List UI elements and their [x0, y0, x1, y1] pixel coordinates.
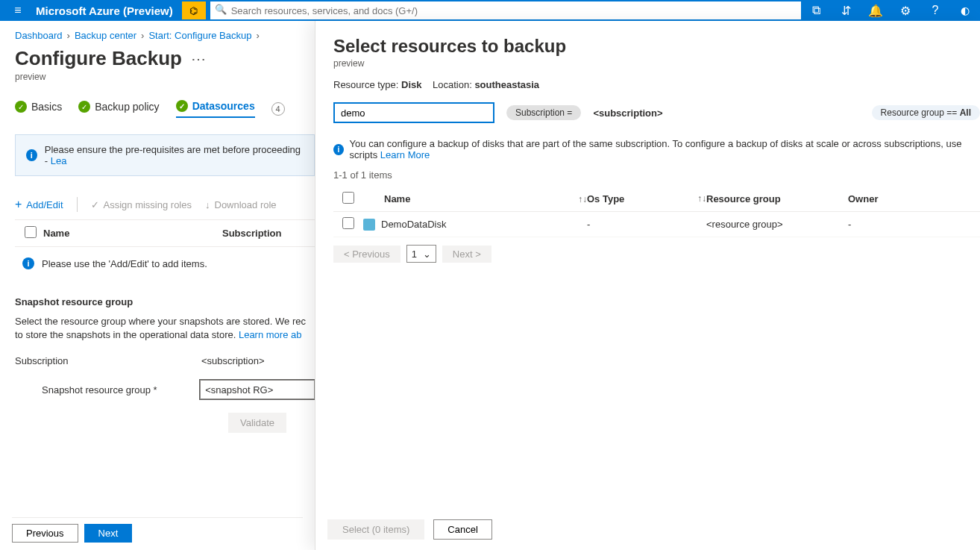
info-icon: i: [26, 149, 37, 161]
col-name[interactable]: Name: [384, 193, 410, 204]
global-search-input[interactable]: [210, 1, 801, 19]
panel-info-link[interactable]: Learn More: [380, 149, 430, 160]
assign-roles-label: Assign missing roles: [104, 199, 192, 210]
pag-next-button[interactable]: Next >: [442, 246, 491, 263]
col-name[interactable]: Name: [43, 228, 222, 239]
panel-info-text: You can configure a backup of disks that…: [350, 138, 962, 160]
breadcrumb-dashboard[interactable]: Dashboard: [15, 30, 63, 41]
plus-icon: +: [15, 198, 22, 211]
rg-filter-pill[interactable]: Resource group == All: [872, 105, 980, 120]
global-search[interactable]: 🔍: [210, 1, 801, 19]
check-icon: ✓: [78, 101, 90, 113]
add-edit-button[interactable]: + Add/Edit: [15, 198, 63, 211]
divider: [77, 197, 78, 212]
page-select[interactable]: 1 ⌄: [406, 245, 436, 263]
step-basics-label: Basics: [31, 101, 62, 113]
more-actions-icon[interactable]: ⋯: [191, 50, 206, 68]
subscription-filter-pill[interactable]: Subscription =: [506, 105, 581, 120]
search-icon: 🔍: [215, 4, 227, 15]
prereq-text: Please ensure the pre-requisites are met…: [45, 144, 301, 166]
filter-row: Subscription = <subscription> Resource g…: [333, 102, 980, 123]
filter-icon[interactable]: ⇵: [831, 4, 861, 18]
resource-search-input[interactable]: [333, 102, 494, 123]
row-checkbox[interactable]: [342, 217, 354, 229]
col-os-type[interactable]: Os Type: [587, 193, 624, 204]
resource-table-header: Name↑↓ Os Type↑↓ Resource group Owner: [333, 187, 980, 212]
panel-select-all-checkbox[interactable]: [342, 192, 354, 204]
step-4-number: 4: [271, 102, 285, 116]
disk-icon: [363, 219, 375, 231]
select-all-checkbox[interactable]: [25, 226, 37, 238]
snapshot-rg-row: Snapshot resource group * <snapshot RG>: [42, 380, 315, 399]
panel-footer: Select (0 items) Cancel: [327, 519, 980, 540]
settings-icon[interactable]: ⚙: [891, 4, 920, 18]
step-policy-label: Backup policy: [95, 101, 159, 113]
subscription-label: Subscription: [15, 355, 201, 366]
result-count: 1-1 of 1 items: [333, 169, 980, 181]
account-icon[interactable]: ◐: [950, 4, 980, 16]
breadcrumb-backup-center[interactable]: Backup center: [75, 30, 136, 41]
download-role-label: Download role: [215, 199, 277, 210]
cloud-shell-icon[interactable]: ⧉: [801, 4, 831, 17]
select-items-button[interactable]: Select (0 items): [327, 519, 424, 540]
assign-roles-button[interactable]: ✓ Assign missing roles: [91, 199, 192, 210]
help-icon[interactable]: ?: [920, 4, 950, 17]
sort-icon[interactable]: ↑↓: [578, 194, 587, 204]
col-resource-group[interactable]: Resource group: [706, 193, 848, 204]
checkmark-icon: ✓: [91, 199, 99, 210]
snapshot-section-desc: Select the resource group where your sna…: [15, 315, 315, 342]
command-bar: + Add/Edit ✓ Assign missing roles ↓ Down…: [15, 193, 315, 219]
hamburger-icon[interactable]: ≡: [0, 4, 36, 17]
paginator: < Previous 1 ⌄ Next >: [333, 245, 980, 263]
previous-button[interactable]: Previous: [12, 524, 78, 543]
sort-icon[interactable]: ↑↓: [697, 193, 706, 204]
notifications-icon[interactable]: 🔔: [861, 4, 891, 18]
empty-message: Please use the 'Add/Edit' to add items.: [42, 258, 207, 269]
location-value: southeastasia: [474, 79, 539, 90]
snapshot-desc-line1: Select the resource group where your sna…: [15, 316, 306, 327]
snapshot-desc-line2: to store the snapshots in the operationa…: [15, 329, 239, 340]
select-resources-panel: Select resources to backup preview Resou…: [315, 21, 980, 550]
snapshot-section-title: Snapshot resource group: [15, 296, 315, 307]
brand-label: Microsoft Azure (Preview): [36, 4, 182, 17]
pill-rg-value: All: [960, 107, 971, 118]
next-button[interactable]: Next: [84, 524, 133, 543]
subscription-row: Subscription <subscription>: [15, 355, 315, 366]
page-number: 1: [412, 249, 417, 260]
step-datasources[interactable]: ✓ Datasources: [176, 100, 255, 118]
top-bar: ≡ Microsoft Azure (Preview) ⌬ 🔍 ⧉ ⇵ 🔔 ⚙ …: [0, 0, 980, 21]
snapshot-learn-link[interactable]: Learn more ab: [239, 329, 302, 340]
wizard-footer: Previous Next: [12, 517, 303, 543]
snapshot-rg-value: <snapshot RG>: [205, 384, 273, 396]
page-title: Configure Backup: [15, 47, 182, 70]
prereq-infobox: i Please ensure the pre-requisites are m…: [15, 134, 315, 176]
step-backup-policy[interactable]: ✓ Backup policy: [78, 101, 159, 117]
row-os: -: [587, 219, 706, 230]
cancel-button[interactable]: Cancel: [433, 519, 491, 540]
table-row[interactable]: DemoDataDisk - <resource group> -: [333, 212, 980, 237]
snapshot-rg-select[interactable]: <snapshot RG>: [200, 380, 315, 399]
pag-previous-button[interactable]: < Previous: [333, 246, 401, 263]
add-edit-label: Add/Edit: [26, 199, 63, 210]
check-icon: ✓: [176, 100, 188, 112]
resource-table: Name↑↓ Os Type↑↓ Resource group Owner De…: [333, 187, 980, 237]
chevron-down-icon: ⌄: [423, 249, 431, 260]
col-owner[interactable]: Owner: [848, 193, 952, 204]
resource-type-value: Disk: [401, 79, 421, 90]
breadcrumb-start-configure[interactable]: Start: Configure Backup: [148, 30, 251, 41]
panel-title: Select resources to backup: [333, 36, 980, 57]
resource-type-label: Resource type:: [333, 79, 398, 90]
download-role-button[interactable]: ↓ Download role: [205, 199, 277, 210]
chevron-right-icon: ›: [256, 30, 259, 41]
subscription-value: <subscription>: [201, 355, 265, 366]
preview-bug-icon[interactable]: ⌬: [182, 1, 206, 19]
snapshot-rg-label: Snapshot resource group *: [42, 384, 200, 396]
row-rg: <resource group>: [706, 219, 848, 230]
col-subscription[interactable]: Subscription: [222, 228, 281, 239]
step-basics[interactable]: ✓ Basics: [15, 101, 62, 117]
step-datasources-label: Datasources: [192, 100, 255, 112]
validate-button[interactable]: Validate: [228, 413, 286, 433]
prereq-learn-link[interactable]: Lea: [51, 155, 67, 166]
pill-sub-prefix: Subscription =: [515, 107, 572, 118]
panel-meta: Resource type: Disk Location: southeasta…: [333, 79, 980, 90]
